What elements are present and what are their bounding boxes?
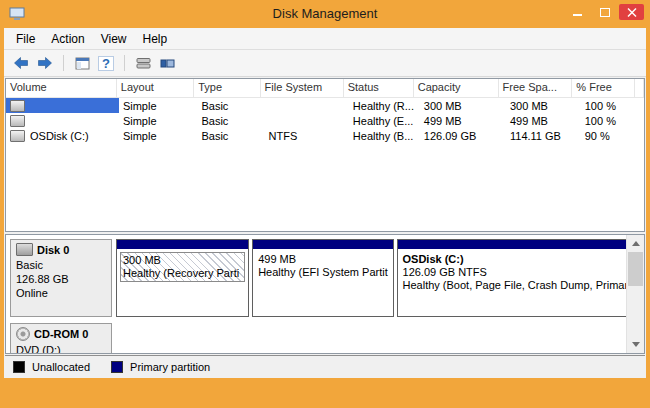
disk0-type: Basic [16, 258, 106, 272]
menu-file[interactable]: File [8, 29, 43, 49]
column-header-layout[interactable]: Layout [117, 79, 194, 97]
partition-size: 300 MB [123, 254, 242, 267]
table-row[interactable]: Simple Basic Healthy (R... 300 MB 300 MB… [6, 98, 644, 113]
volume-list-header: Volume Layout Type File System Status Ca… [6, 79, 644, 98]
free-space-cell: 499 MB [506, 113, 581, 128]
layout-cell: Simple [119, 113, 198, 128]
type-cell: Basic [197, 113, 264, 128]
menubar: File Action View Help [4, 28, 646, 50]
column-header-file-system[interactable]: File System [261, 79, 344, 97]
percent-free-cell: 100 % [581, 113, 644, 128]
disk-list-icon[interactable] [134, 55, 152, 71]
file-system-cell [265, 98, 349, 113]
caption-buttons [565, 4, 644, 20]
percent-free-cell: 100 % [581, 98, 644, 113]
column-header-free-space[interactable]: Free Spa... [499, 79, 573, 97]
down-arrow-icon [632, 342, 640, 347]
graph-view-icon[interactable] [158, 55, 176, 71]
status-cell: Healthy (B... [349, 128, 420, 143]
legend-bar: Unallocated Primary partition [5, 355, 645, 378]
disk0-info-box[interactable]: Disk 0 Basic 126.88 GB Online [10, 239, 112, 317]
column-header-filler [635, 79, 644, 97]
type-cell: Basic [197, 128, 264, 143]
volume-cell [6, 98, 119, 113]
file-system-cell [265, 113, 349, 128]
volume-icon [10, 115, 25, 127]
back-arrow-icon[interactable] [12, 55, 30, 71]
disk0-status: Online [16, 286, 106, 300]
unallocated-swatch [13, 361, 25, 373]
partition-size: 499 MB [258, 253, 387, 266]
window-content: File Action View Help ? [4, 28, 646, 378]
partition-efi[interactable]: 499 MB Healthy (EFI System Partit [252, 239, 393, 317]
volume-label: OSDisk (C:) [30, 130, 89, 142]
free-space-cell: 300 MB [506, 98, 581, 113]
column-header-capacity[interactable]: Capacity [414, 79, 499, 97]
disk0-partitions: 300 MB Healthy (Recovery Parti 499 MB He… [116, 239, 645, 317]
menu-action[interactable]: Action [43, 29, 92, 49]
capacity-cell: 300 MB [420, 98, 506, 113]
minimize-button[interactable] [565, 4, 590, 20]
disk-management-window: Disk Management File Action View Help [0, 0, 650, 408]
partition-recovery[interactable]: 300 MB Healthy (Recovery Parti [116, 239, 249, 317]
cdrom0-row: CD-ROM 0 DVD (D:) [10, 323, 620, 354]
scrollbar-thumb[interactable] [628, 252, 643, 286]
disk-icon [16, 243, 33, 256]
disk0-name: Disk 0 [37, 244, 69, 256]
toolbar-separator [63, 55, 64, 71]
unallocated-label: Unallocated [32, 361, 90, 373]
capacity-cell: 499 MB [420, 113, 506, 128]
disk0-size: 126.88 GB [16, 272, 106, 286]
vertical-scrollbar[interactable] [626, 235, 644, 353]
scroll-up-button[interactable] [627, 235, 644, 252]
column-header-type[interactable]: Type [194, 79, 260, 97]
table-row[interactable]: OSDisk (C:) Simple Basic NTFS Healthy (B… [6, 128, 644, 143]
help-glyph: ? [98, 56, 114, 71]
cdrom0-name: CD-ROM 0 [34, 328, 88, 340]
status-cell: Healthy (E... [349, 113, 420, 128]
column-header-status[interactable]: Status [344, 79, 414, 97]
volume-cell: OSDisk (C:) [6, 128, 119, 143]
volume-cell [6, 113, 119, 128]
partition-osdisk[interactable]: OSDisk (C:) 126.09 GB NTFS Healthy (Boot… [397, 239, 645, 317]
percent-free-cell: 90 % [581, 128, 644, 143]
partition-name: OSDisk (C:) [403, 253, 645, 266]
cdrom0-info-box[interactable]: CD-ROM 0 DVD (D:) [10, 323, 112, 354]
disk0-row: Disk 0 Basic 126.88 GB Online 300 MB Hea… [10, 239, 620, 317]
window-title: Disk Management [0, 6, 650, 21]
primary-partition-bar [398, 240, 645, 249]
partition-status: Healthy (EFI System Partit [258, 266, 387, 279]
table-row[interactable]: Simple Basic Healthy (E... 499 MB 499 MB… [6, 113, 644, 128]
forward-arrow-icon[interactable] [36, 55, 54, 71]
toolbar-separator [124, 55, 125, 71]
close-button[interactable] [619, 4, 644, 20]
console-window-icon[interactable] [73, 55, 91, 71]
up-arrow-icon [632, 241, 640, 246]
primary-partition-bar [253, 240, 392, 249]
partition-status: Healthy (Boot, Page File, Crash Dump, Pr… [403, 279, 645, 292]
capacity-cell: 126.09 GB [420, 128, 506, 143]
help-icon[interactable]: ? [97, 55, 115, 71]
column-header-percent-free[interactable]: % Free [572, 79, 635, 97]
type-cell: Basic [197, 98, 264, 113]
column-header-volume[interactable]: Volume [6, 79, 117, 97]
volume-icon [10, 130, 25, 142]
status-cell: Healthy (R... [349, 98, 420, 113]
menu-help[interactable]: Help [135, 29, 176, 49]
maximize-button[interactable] [592, 4, 617, 20]
file-system-cell: NTFS [265, 128, 349, 143]
volume-icon [10, 100, 25, 112]
partition-size: 126.09 GB NTFS [403, 266, 645, 279]
layout-cell: Simple [119, 128, 198, 143]
primary-partition-label: Primary partition [130, 361, 210, 373]
volume-list: Volume Layout Type File System Status Ca… [5, 78, 645, 232]
graphical-view: Disk 0 Basic 126.88 GB Online 300 MB Hea… [5, 234, 645, 354]
primary-partition-bar [117, 240, 248, 249]
menu-view[interactable]: View [93, 29, 135, 49]
cdrom-icon [16, 327, 30, 341]
layout-cell: Simple [119, 98, 198, 113]
primary-partition-swatch [111, 361, 123, 373]
scroll-down-button[interactable] [627, 336, 644, 353]
partition-status: Healthy (Recovery Parti [123, 267, 242, 280]
titlebar[interactable]: Disk Management [0, 0, 650, 28]
